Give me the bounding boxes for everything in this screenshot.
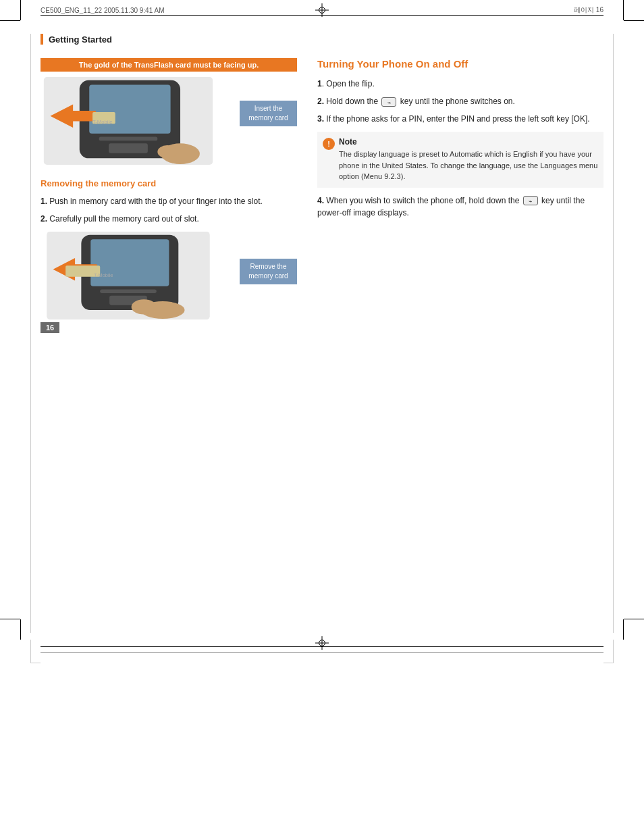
on-off-step3-text: If the phone asks for a PIN, enter the P… [324,114,590,124]
on-off-step4: 4. When you wish to switch the phone off… [317,195,603,219]
on-off-step2-text: Hold down the [326,97,378,106]
on-off-step4-text: When you wish to switch the phone off, h… [326,196,519,205]
removing-title: Removing the memory card [41,178,297,188]
side-line-bottom-left [30,640,31,663]
left-column: The gold of the TransFlash card must be … [41,58,297,344]
crop-mark-tl-h [0,20,20,21]
note-icon: ! [323,138,335,150]
remove-callout-line1: Remove the [250,263,287,270]
page-label: 페이지 16 [574,5,603,15]
remove-step2-num: 2. [41,214,47,224]
remove-callout-line2: memory card [248,272,288,280]
two-column-layout: The gold of the TransFlash card must be … [41,58,603,344]
svg-text:T-Mobile: T-Mobile [92,119,112,125]
crosshair-bottom [315,636,329,650]
crosshair-circle-top [319,7,325,14]
svg-rect-2 [89,85,170,134]
on-off-step1: 1. Open the flip. [317,78,603,90]
crop-mark-br-v [623,619,624,640]
warning-banner: The gold of the TransFlash card must be … [41,58,297,72]
on-off-step3: 3. If the phone asks for a PIN, enter th… [317,113,603,125]
remove-phone-illustration: T-Mobile [41,232,216,319]
insert-callout-line1: Insert the [254,105,283,112]
section-header-bar [41,34,43,45]
svg-point-18 [132,299,157,314]
remove-step2: 2. Carefully pull the memory card out of… [41,213,297,225]
on-off-step2-cont: key until the phone switches on. [400,97,515,106]
on-off-step1-num: 1 [317,79,322,88]
crosshair-circle-bottom [319,640,325,646]
crop-mark-br-h [624,619,644,619]
svg-point-8 [157,145,177,158]
insert-image-wrapper: T-Mobile Insert the memory card [41,77,297,172]
section-header: Getting Started [41,34,603,45]
remove-step1-num: 1. [41,197,47,206]
crosshair-top [315,3,329,17]
side-line-left [30,34,31,633]
insert-callout-line2: memory card [248,114,288,122]
remove-step1: 1. Push in memory card with the tip of y… [41,195,297,207]
key-icon-step4: ⌁ [523,196,538,205]
on-off-step3-num: 3. [317,114,324,124]
note-box: ! Note The display language is preset to… [317,132,603,188]
page-content: Getting Started The gold of the TransFla… [41,34,603,633]
note-title: Note [339,137,598,147]
side-line-bottom-right [613,640,614,663]
crop-mark-tr-v [623,0,624,20]
note-text: The display language is preset to Automa… [339,149,598,182]
section-title: Getting Started [49,34,112,45]
remove-callout-box: Remove the memory card [240,259,297,284]
note-content: Note The display language is preset to A… [339,137,598,182]
side-line-bottom-right-h [603,663,614,663]
file-info: CE500_ENG_11_22 2005.11.30 9:41 AM [41,7,164,14]
side-line-right [613,34,614,633]
key-icon-step2: ⌁ [381,97,396,107]
on-off-step4-num: 4. [317,196,324,205]
right-section-title: Turning Your Phone On and Off [317,58,603,70]
crop-mark-tr-h [624,20,644,21]
on-off-step1-text: . Open the flip. [322,79,375,88]
on-off-step2-num: 2. [317,97,324,106]
on-off-step2: 2. Hold down the ⌁ key until the phone s… [317,95,603,107]
svg-rect-4 [109,143,148,153]
right-column: Turning Your Phone On and Off 1. Open th… [317,58,603,344]
remove-step2-text: Carefully pull the memory card out of sl… [47,214,199,224]
side-line-bottom-left-h [30,663,41,663]
svg-text:T-Mobile: T-Mobile [94,272,113,278]
svg-rect-12 [90,239,169,286]
bottom-line-thin [41,652,603,653]
insert-phone-illustration: T-Mobile [41,77,216,165]
svg-rect-13 [100,289,157,293]
remove-step1-text: Push in memory card with the tip of your… [47,197,263,206]
crop-mark-tl-v [20,0,21,20]
remove-image-wrapper: T-Mobile Remove the memory card 16 [41,232,297,333]
svg-rect-3 [99,137,158,141]
page-number: 16 [41,322,59,333]
crop-mark-bl-v [20,619,21,640]
crop-mark-bl-h [0,619,20,619]
insert-callout-box: Insert the memory card [240,101,297,126]
